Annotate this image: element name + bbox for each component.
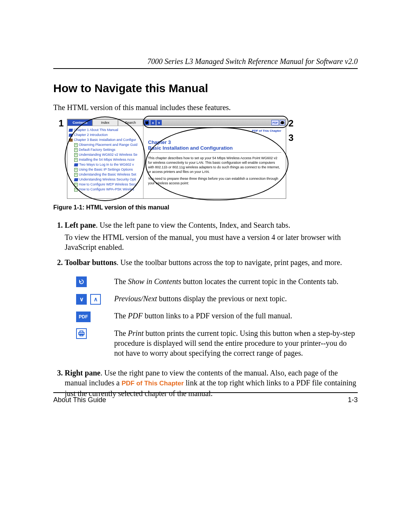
tree-item-label: Understanding the Basic Wireless Set xyxy=(79,172,136,177)
tree-item-label: How to Configure WEP Wireless Secu xyxy=(79,182,137,187)
doc-icon xyxy=(74,168,78,172)
book-icon xyxy=(68,134,73,137)
doc-icon xyxy=(74,153,78,157)
icon-row-show-post: button locates the current topic in the … xyxy=(181,277,338,286)
tab-index[interactable]: Index xyxy=(92,119,118,126)
figure-toolbar: ∧ ∨ PDF xyxy=(143,119,286,126)
tree-item[interactable]: Default Factory Settings xyxy=(69,147,142,152)
doc-icon xyxy=(74,158,78,162)
tree-item[interactable]: Two Ways to Log In to the WG602 v xyxy=(69,162,142,167)
icon-row-pdf-em: PDF xyxy=(128,312,143,320)
icon-row-prevnext: ∨ ∧ Previous/Next buttons display the pr… xyxy=(76,291,358,308)
icon-row-prevnext-post: buttons display the previous or next top… xyxy=(157,294,287,303)
figure-caption: Figure 1-1: HTML version of this manual xyxy=(53,204,358,211)
tree-item-label: Understanding Wireless Security Opti xyxy=(79,177,136,182)
inline-pdf-chapter-link[interactable]: PDF of This Chapter xyxy=(121,380,183,387)
book-icon xyxy=(68,129,73,132)
doc-icon xyxy=(74,148,78,152)
figure-tabrow: Contents Index Search xyxy=(67,119,143,126)
list-item-1-lead: Left pane xyxy=(65,221,96,229)
prev-topic-button[interactable]: ∨ xyxy=(76,294,87,305)
icon-table: The Show in Contents button locates the … xyxy=(76,273,358,361)
chapter-rule xyxy=(148,152,281,153)
icon-row-pdf-post: button links to a PDF version of the ful… xyxy=(143,312,292,320)
tree-item[interactable]: Installing the 54 Mbps Wireless Acce xyxy=(69,157,142,162)
tree-item-label: How to Configure WPA-PSK Wireles xyxy=(79,187,134,192)
callout-3: 3 xyxy=(288,133,293,143)
list-item-2-lead: Toolbar buttons xyxy=(65,258,116,267)
tree-item-label: Using the Basic IP Settings Options xyxy=(79,167,133,172)
running-header: 7000 Series L3 Managed Switch Reference … xyxy=(53,57,358,69)
openbook-icon xyxy=(69,139,73,142)
icon-row-prevnext-em: Previous/Next xyxy=(114,294,157,303)
callout-1: 1 xyxy=(59,118,64,129)
figure-screenshot: Contents Index Search Chapter 1 About Th… xyxy=(67,119,286,199)
figure-left-pane: Contents Index Search Chapter 1 About Th… xyxy=(67,119,143,198)
show-in-contents-button[interactable] xyxy=(76,276,87,287)
next-topic-icon[interactable]: ∧ xyxy=(150,120,156,125)
chapter-title: Basic Installation and Configuration xyxy=(148,145,281,151)
tree-item[interactable]: How to Configure WEP Wireless Secu xyxy=(69,182,142,187)
icon-row-show: The Show in Contents button locates the … xyxy=(76,273,358,291)
callout-2: 2 xyxy=(288,118,293,129)
tree-item[interactable]: Understanding the Basic Wireless Set xyxy=(69,172,142,177)
tree-item-label: Default Factory Settings xyxy=(79,147,115,152)
list-item-3-lead: Right pane xyxy=(65,369,100,377)
tree-item-label: Observing Placement and Range Guid xyxy=(79,142,137,147)
tree-item-label: Chapter 3 Basic Installation and Configu… xyxy=(74,137,136,142)
figure-wrapper: 1 2 3 Contents Index Search Chapter 1 Ab… xyxy=(53,119,358,211)
chapter-para-2: You need to prepare these three things b… xyxy=(148,176,281,185)
book-icon xyxy=(74,163,78,166)
tree-item[interactable]: Chapter 3 Basic Installation and Configu… xyxy=(69,137,142,142)
tree-item-label: Chapter 1 About This Manual xyxy=(74,128,118,133)
footer-section-title: About This Guide xyxy=(53,396,106,404)
icon-row-print-em: Print xyxy=(128,329,143,337)
pdf-button[interactable]: PDF xyxy=(76,312,91,322)
icon-row-show-em: Show in Contents xyxy=(128,277,181,286)
tab-contents[interactable]: Contents xyxy=(67,119,92,126)
figure-content-area: PDF of This Chapter Chapter 3 Basic Inst… xyxy=(143,126,286,189)
tree-item[interactable]: Using the Basic IP Settings Options xyxy=(69,167,142,172)
chapter-para-1: This chapter describes how to set up you… xyxy=(148,156,281,174)
list-item-2-rest: . Use the toolbar buttons across the top… xyxy=(116,258,342,267)
show-in-contents-icon[interactable] xyxy=(144,120,150,125)
tree-item-label: Installing the 54 Mbps Wireless Acce xyxy=(79,157,135,162)
tree-item-label: Two Ways to Log In to the WG602 v xyxy=(79,162,134,167)
doc-icon xyxy=(74,143,78,147)
print-button-icon[interactable] xyxy=(280,120,285,125)
figure-tree: Chapter 1 About This ManualChapter 2 Int… xyxy=(67,126,143,198)
tree-item[interactable]: Understanding WG602 v2 Wireless Se xyxy=(69,152,142,157)
icon-row-print-post: button prints the current topic. Using t… xyxy=(114,329,355,357)
svg-rect-0 xyxy=(281,121,284,122)
icon-row-show-pre: The xyxy=(114,277,128,286)
tree-item[interactable]: Chapter 2 Introduction xyxy=(69,133,142,137)
icon-row-pdf: PDF The PDF button links to a PDF versio… xyxy=(76,308,358,325)
list-item-2: Toolbar buttons. Use the toolbar buttons… xyxy=(65,257,358,361)
doc-icon xyxy=(74,188,78,192)
print-button[interactable] xyxy=(76,328,87,339)
page-footer: About This Guide 1-3 xyxy=(53,392,358,404)
tree-item[interactable]: Understanding Wireless Security Opti xyxy=(69,177,142,182)
tree-item-label: Understanding WG602 v2 Wireless Se xyxy=(79,152,137,157)
prev-topic-icon[interactable]: ∨ xyxy=(156,120,162,125)
footer-page-number: 1-3 xyxy=(348,396,358,404)
icon-row-pdf-pre: The xyxy=(114,312,128,320)
figure-right-pane: ∧ ∨ PDF PDF of This Chapter Chapter 3 Ba… xyxy=(143,119,286,198)
tree-item[interactable]: Observing Placement and Range Guid xyxy=(69,142,142,147)
intro-paragraph: The HTML version of this manual includes… xyxy=(53,103,358,112)
doc-icon xyxy=(74,173,78,177)
icon-row-print: The Print button prints the current topi… xyxy=(76,325,358,361)
pdf-button-icon[interactable]: PDF xyxy=(271,120,279,125)
next-topic-button[interactable]: ∧ xyxy=(90,294,101,305)
main-numbered-list: Left pane. Use the left pane to view the… xyxy=(53,220,358,398)
page-title: How to Navigate this Manual xyxy=(53,82,358,95)
tree-item[interactable]: How to Configure WPA-PSK Wireles xyxy=(69,187,142,192)
list-item-1-para: To view the HTML version of the manual, … xyxy=(65,232,358,252)
tab-search[interactable]: Search xyxy=(118,119,143,126)
list-item-1-rest: . Use the left pane to view the Contents… xyxy=(96,221,290,229)
list-item-1: Left pane. Use the left pane to view the… xyxy=(65,220,358,252)
book-icon xyxy=(74,178,78,181)
tree-item[interactable]: Chapter 1 About This Manual xyxy=(69,128,142,133)
pdf-of-chapter-link[interactable]: PDF of This Chapter xyxy=(148,129,281,133)
tree-item-label: Chapter 2 Introduction xyxy=(74,133,108,137)
